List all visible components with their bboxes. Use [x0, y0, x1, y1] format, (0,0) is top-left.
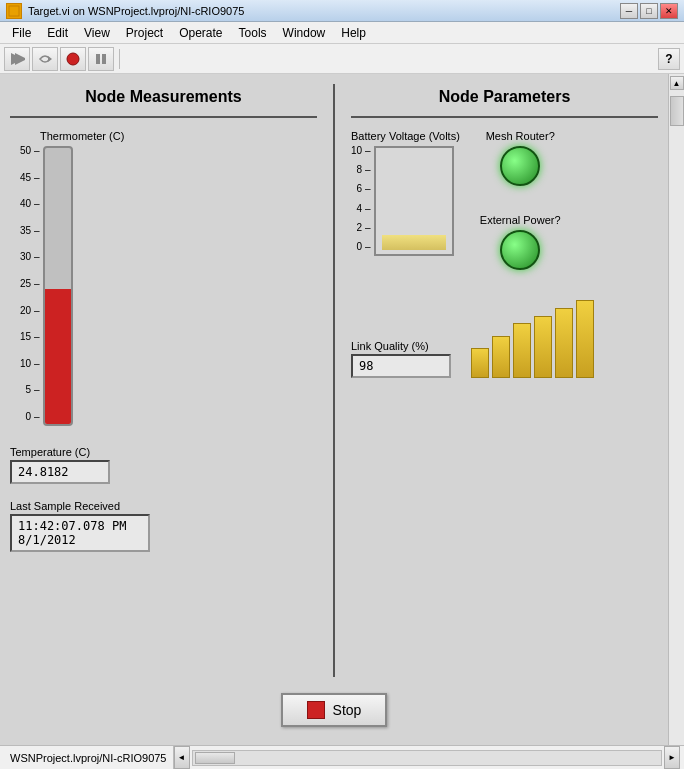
tick-0: 0 –	[26, 412, 40, 422]
temperature-value: 24.8182	[10, 460, 110, 484]
lq-bar-4	[534, 316, 552, 378]
tick-15: 15 –	[20, 332, 39, 342]
menu-project[interactable]: Project	[118, 22, 171, 43]
link-quality-chart	[471, 298, 594, 378]
mesh-router-led	[500, 146, 540, 186]
stop-icon	[307, 701, 325, 719]
last-sample-readout-group: Last Sample Received 11:42:07.078 PM 8/1…	[10, 500, 317, 552]
help-button[interactable]: ?	[658, 48, 680, 70]
left-column: Node Measurements Thermometer (C) 50 – 4…	[10, 84, 335, 677]
maximize-button[interactable]: □	[640, 3, 658, 19]
menu-help[interactable]: Help	[333, 22, 374, 43]
last-sample-value: 11:42:07.078 PM 8/1/2012	[10, 514, 150, 552]
left-column-title: Node Measurements	[10, 88, 317, 106]
run-continuously-button[interactable]	[32, 47, 58, 71]
right-column: Node Parameters Battery Voltage (Volts) …	[335, 84, 658, 677]
thermometer-fill	[45, 289, 71, 424]
svg-rect-6	[102, 54, 106, 64]
bat-tick-4: 4 –	[357, 204, 371, 214]
toolbar-help: ?	[658, 48, 680, 70]
tick-45: 45 –	[20, 173, 39, 183]
scroll-thumb-h[interactable]	[195, 752, 235, 764]
tick-5: 5 –	[26, 385, 40, 395]
menu-bar: File Edit View Project Operate Tools Win…	[0, 22, 684, 44]
right-top-row: Battery Voltage (Volts) 10 – 8 – 6 – 4 –…	[351, 130, 658, 282]
menu-view[interactable]: View	[76, 22, 118, 43]
temperature-label: Temperature (C)	[10, 446, 317, 458]
external-power-label: External Power?	[480, 214, 561, 226]
tick-10: 10 –	[20, 359, 39, 369]
external-power-led	[500, 230, 540, 270]
battery-scale: 10 – 8 – 6 – 4 – 2 – 0 –	[351, 146, 370, 256]
minimize-button[interactable]: ─	[620, 3, 638, 19]
bat-tick-0: 0 –	[357, 242, 371, 252]
title-bar: Target.vi on WSNProject.lvproj/NI-cRIO90…	[0, 0, 684, 22]
tick-20: 20 –	[20, 306, 39, 316]
external-power-group: External Power?	[480, 214, 561, 270]
scroll-up-arrow[interactable]: ▲	[670, 76, 684, 90]
lq-bar-2	[492, 336, 510, 378]
menu-edit[interactable]: Edit	[39, 22, 76, 43]
run-arrow-button[interactable]	[4, 47, 30, 71]
toolbar: ?	[0, 44, 684, 74]
pause-button[interactable]	[88, 47, 114, 71]
bat-tick-10: 10 –	[351, 146, 370, 156]
scroll-left-arrow[interactable]: ◄	[174, 746, 190, 769]
svg-marker-3	[48, 56, 52, 62]
app-icon	[6, 3, 22, 19]
stop-button-area: Stop	[10, 677, 658, 735]
battery-container: Battery Voltage (Volts) 10 – 8 – 6 – 4 –…	[351, 130, 460, 266]
tick-40: 40 –	[20, 199, 39, 209]
right-column-title: Node Parameters	[351, 88, 658, 106]
svg-point-4	[67, 53, 79, 65]
left-divider	[10, 116, 317, 118]
bat-tick-2: 2 –	[357, 223, 371, 233]
svg-marker-2	[15, 53, 25, 65]
status-bar: WSNProject.lvproj/NI-cRIO9075 ◄ ►	[0, 745, 684, 769]
battery-chart	[374, 146, 454, 256]
columns-layout: Node Measurements Thermometer (C) 50 – 4…	[10, 84, 658, 677]
scroll-thumb-v[interactable]	[670, 96, 684, 126]
led-indicators: Mesh Router? External Power?	[480, 130, 561, 282]
vertical-scrollbar[interactable]: ▲	[668, 74, 684, 745]
svg-rect-0	[9, 6, 19, 16]
horizontal-scrollbar[interactable]	[192, 750, 663, 766]
tick-30: 30 –	[20, 252, 39, 262]
app-outer: Node Measurements Thermometer (C) 50 – 4…	[0, 74, 684, 745]
thermometer-scale: 50 – 45 – 40 – 35 – 30 – 25 – 20 – 15 – …	[20, 146, 39, 426]
link-quality-label: Link Quality (%)	[351, 340, 451, 352]
thermometer-body	[43, 146, 73, 426]
menu-file[interactable]: File	[4, 22, 39, 43]
toolbar-separator	[119, 49, 120, 69]
battery-bar	[382, 235, 446, 250]
window-controls: ─ □ ✕	[620, 3, 678, 19]
thermometer-container: 50 – 45 – 40 – 35 – 30 – 25 – 20 – 15 – …	[20, 146, 317, 426]
menu-window[interactable]: Window	[275, 22, 334, 43]
menu-tools[interactable]: Tools	[231, 22, 275, 43]
tick-25: 25 –	[20, 279, 39, 289]
mesh-router-group: Mesh Router?	[480, 130, 561, 186]
scroll-right-arrow[interactable]: ►	[664, 746, 680, 769]
lq-bar-5	[555, 308, 573, 378]
lq-bar-3	[513, 323, 531, 378]
main-content: Node Measurements Thermometer (C) 50 – 4…	[0, 74, 668, 745]
close-button[interactable]: ✕	[660, 3, 678, 19]
stop-button[interactable]: Stop	[281, 693, 388, 727]
link-quality-group: Link Quality (%) 98	[351, 340, 451, 378]
abort-button[interactable]	[60, 47, 86, 71]
right-divider	[351, 116, 658, 118]
status-project: WSNProject.lvproj/NI-cRIO9075	[4, 746, 174, 769]
stop-label: Stop	[333, 702, 362, 718]
menu-operate[interactable]: Operate	[171, 22, 230, 43]
bat-tick-6: 6 –	[357, 184, 371, 194]
last-sample-label: Last Sample Received	[10, 500, 317, 512]
main-scroll-area: Node Measurements Thermometer (C) 50 – 4…	[0, 74, 668, 745]
tick-50: 50 –	[20, 146, 39, 156]
link-quality-value: 98	[351, 354, 451, 378]
lq-bar-6	[576, 300, 594, 378]
battery-label: Battery Voltage (Volts)	[351, 130, 460, 142]
temperature-readout-group: Temperature (C) 24.8182	[10, 446, 317, 484]
right-panel-content: Battery Voltage (Volts) 10 – 8 – 6 – 4 –…	[351, 130, 658, 378]
window-title: Target.vi on WSNProject.lvproj/NI-cRIO90…	[28, 5, 614, 17]
tick-35: 35 –	[20, 226, 39, 236]
